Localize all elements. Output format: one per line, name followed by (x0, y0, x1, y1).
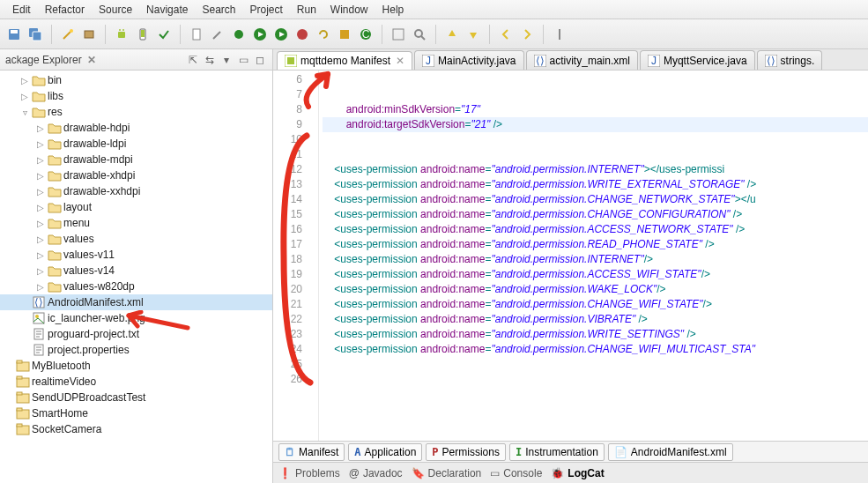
avd-button[interactable] (134, 26, 152, 43)
tree-node[interactable]: ▷bin (0, 72, 272, 88)
expand-icon[interactable]: ▷ (19, 76, 30, 85)
tree-node[interactable]: project.properties (0, 342, 272, 358)
wand2-button[interactable] (209, 26, 226, 43)
view-tab[interactable]: 🐞LogCat (551, 467, 604, 479)
menu-run[interactable]: Run (290, 2, 323, 18)
expand-icon[interactable]: ▷ (19, 92, 30, 101)
menu-window[interactable]: Window (323, 2, 375, 18)
editor-subtab[interactable]: AApplication (348, 443, 422, 461)
view-menu-icon[interactable]: ▾ (219, 53, 234, 67)
new-class-button[interactable]: C (357, 26, 375, 43)
debug-button[interactable] (230, 26, 248, 43)
link-editor-icon[interactable]: ⇆ (203, 53, 217, 67)
code-content[interactable]: android:minSdkVersion="17" android:targe… (319, 71, 868, 441)
expand-icon[interactable]: ▿ (19, 108, 30, 117)
run-button[interactable] (251, 26, 269, 43)
view-tab[interactable]: ❗Problems (278, 467, 340, 479)
menu-edit[interactable]: Edit (5, 2, 38, 18)
tree-node[interactable]: ▷values (0, 231, 272, 247)
expand-icon[interactable]: ▷ (35, 250, 46, 260)
tree-node[interactable]: MyBluetooth (0, 358, 272, 374)
editor-subtab[interactable]: 📄AndroidManifest.xml (608, 443, 733, 461)
expand-icon[interactable]: ▷ (35, 234, 46, 244)
menu-source[interactable]: Source (92, 2, 139, 18)
tree-node[interactable]: ▷drawable-hdpi (0, 120, 272, 136)
menu-refactor[interactable]: Refactor (38, 2, 92, 18)
save-button[interactable] (5, 26, 23, 43)
maximize-icon[interactable]: ◻ (253, 53, 267, 67)
tree-node[interactable]: ic_launcher-web.png (0, 310, 272, 326)
build-button[interactable] (336, 26, 353, 43)
view-tab[interactable]: 🔖Declaration (412, 467, 482, 479)
expand-icon[interactable]: ▷ (35, 203, 46, 212)
tree-node[interactable]: ▷libs (0, 88, 272, 104)
package-button[interactable] (80, 26, 98, 43)
collapse-all-icon[interactable]: ⇱ (186, 53, 200, 67)
tree-node[interactable]: proguard-project.txt (0, 326, 272, 342)
pin-button[interactable] (551, 26, 568, 43)
view-tab[interactable]: @Javadoc (349, 467, 403, 479)
tree-label: project.properties (48, 344, 130, 356)
editor-tab[interactable]: ⟨⟩strings. (757, 50, 823, 70)
tree-node[interactable]: SendUDPBroadcastTest (0, 390, 272, 405)
view-tab[interactable]: ▭Console (490, 467, 542, 479)
editor-tab[interactable]: JMainActivity.java (414, 50, 523, 70)
tree-node[interactable]: ▷drawable-xhdpi (0, 167, 272, 183)
tree-node[interactable]: ▷values-v11 (0, 247, 272, 263)
tree-node[interactable]: ▷drawable-xxhdpi (0, 183, 272, 199)
editor-tab[interactable]: ⟨⟩activity_main.xml (526, 50, 638, 70)
lint-button[interactable] (155, 26, 173, 43)
refresh-button[interactable] (315, 26, 332, 43)
expand-icon[interactable]: ▷ (35, 139, 46, 149)
forward-button[interactable] (518, 26, 536, 43)
code-editor[interactable]: 67891011121314151617181920212223242526 a… (273, 71, 868, 441)
tab-close-icon[interactable]: ✕ (396, 55, 404, 67)
new-file-button[interactable] (188, 26, 205, 43)
editor-subtab[interactable]: PPermissions (426, 443, 506, 461)
editor-tab[interactable]: mqttdemo Manifest✕ (277, 51, 412, 71)
expand-icon[interactable]: ▷ (35, 187, 46, 197)
back-button[interactable] (497, 26, 515, 43)
tree-node[interactable]: ▷drawable-ldpi (0, 136, 272, 152)
tree-node[interactable]: ⟨⟩AndroidManifest.xml (0, 294, 272, 310)
project-tree[interactable]: ▷bin▷libs▿res▷drawable-hdpi▷drawable-ldp… (0, 71, 272, 483)
expand-icon[interactable]: ▷ (35, 123, 46, 133)
open-type-button[interactable] (389, 26, 407, 43)
folder-icon (48, 216, 62, 230)
tree-label: realtimeVideo (32, 375, 96, 388)
prev-annotation-button[interactable] (443, 26, 461, 43)
expand-icon[interactable]: ▷ (35, 266, 46, 276)
minimize-icon[interactable]: ▭ (236, 53, 250, 67)
new-wizard-button[interactable] (59, 26, 77, 43)
expand-icon[interactable]: ▷ (35, 171, 46, 181)
tree-node[interactable]: realtimeVideo (0, 374, 272, 390)
view-close-icon[interactable]: ✕ (87, 54, 96, 66)
search-button[interactable] (411, 26, 428, 43)
tree-node[interactable]: ▿res (0, 104, 272, 120)
menu-help[interactable]: Help (375, 2, 412, 18)
svg-rect-11 (193, 29, 200, 40)
menu-project[interactable]: Project (242, 2, 289, 18)
expand-icon[interactable]: ▷ (35, 219, 46, 228)
tree-node[interactable]: ▷values-w820dp (0, 279, 272, 294)
tab-file-icon: ⟨⟩ (534, 55, 546, 67)
ext-tools-button[interactable] (293, 26, 311, 43)
tree-node[interactable]: ▷layout (0, 199, 272, 215)
run-last-button[interactable] (272, 26, 290, 43)
android-sdk-button[interactable] (113, 26, 130, 43)
tree-node[interactable]: ▷values-v14 (0, 263, 272, 279)
editor-subtab[interactable]: 🗒Manifest (278, 443, 345, 461)
editor-subtab[interactable]: IInstrumentation (509, 443, 605, 461)
tree-node[interactable]: ▷menu (0, 215, 272, 231)
save-all-button[interactable] (26, 26, 44, 43)
next-annotation-button[interactable] (464, 26, 482, 43)
tree-node[interactable]: SmartHome (0, 405, 272, 421)
menu-search[interactable]: Search (195, 2, 242, 18)
tree-node[interactable]: SocketCamera (0, 421, 272, 437)
view-icon: ❗ (278, 467, 292, 479)
tree-node[interactable]: ▷drawable-mdpi (0, 152, 272, 167)
menu-navigate[interactable]: Navigate (139, 2, 195, 18)
expand-icon[interactable]: ▷ (35, 282, 46, 292)
expand-icon[interactable]: ▷ (35, 155, 46, 165)
editor-tab[interactable]: JMyqttService.java (640, 50, 755, 70)
